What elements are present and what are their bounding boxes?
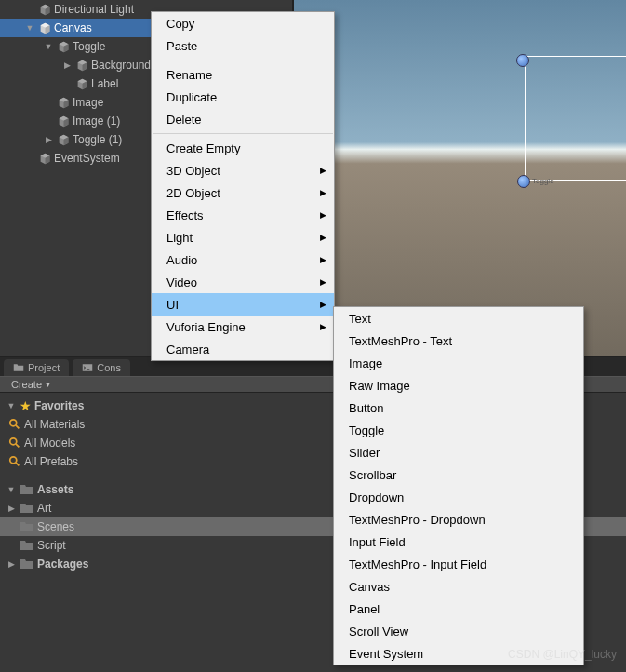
folder-icon <box>13 362 24 373</box>
svg-point-1 <box>10 420 17 426</box>
gameobject-icon <box>38 21 51 34</box>
submenu-item[interactable]: Panel <box>334 598 583 620</box>
menu-3d-object[interactable]: 3D Object▶ <box>152 159 334 181</box>
tab-label: Cons <box>97 362 121 373</box>
submenu-item[interactable]: TextMeshPro - Dropdown <box>334 508 583 531</box>
favorite-label: All Prefabs <box>24 455 78 468</box>
gameobject-icon <box>57 133 70 146</box>
assets-label: Assets <box>37 483 73 496</box>
chevron-right-icon: ▶ <box>320 166 326 175</box>
menu-ui[interactable]: UI▶ <box>152 293 334 316</box>
menu-delete[interactable]: Delete <box>152 108 334 130</box>
search-icon <box>8 437 21 450</box>
foldout-icon[interactable]: ▶ <box>6 503 17 514</box>
foldout-icon[interactable]: ▶ <box>43 134 54 145</box>
foldout-icon[interactable]: ▼ <box>6 400 17 411</box>
submenu-item[interactable]: Raw Image <box>334 374 583 396</box>
gameobject-icon <box>38 3 51 16</box>
favorite-label: All Models <box>24 437 75 450</box>
context-menu: Copy Paste Rename Duplicate Delete Creat… <box>151 11 335 361</box>
menu-camera[interactable]: Camera <box>152 338 334 360</box>
scene-view[interactable]: Toggle <box>292 0 626 356</box>
chevron-right-icon: ▶ <box>320 277 326 287</box>
console-icon <box>82 362 93 373</box>
foldout-icon[interactable]: ▶ <box>6 558 17 570</box>
menu-separator <box>153 133 333 134</box>
menu-light[interactable]: Light▶ <box>152 226 334 249</box>
gameobject-icon <box>75 77 88 90</box>
rect-handle-icon[interactable] <box>516 54 529 67</box>
chevron-right-icon: ▶ <box>320 322 326 331</box>
menu-duplicate[interactable]: Duplicate <box>152 86 334 108</box>
tab-label: Project <box>28 362 60 373</box>
folder-icon <box>20 539 34 552</box>
foldout-icon[interactable] <box>61 78 73 89</box>
ui-submenu: TextTextMeshPro - TextImageRaw ImageButt… <box>333 306 584 665</box>
hierarchy-label: Canvas <box>54 21 92 34</box>
submenu-item[interactable]: Canvas <box>334 575 583 598</box>
gameobject-icon <box>38 152 51 165</box>
menu-effects[interactable]: Effects▶ <box>152 204 334 226</box>
submenu-item[interactable]: Dropdown <box>334 486 583 508</box>
svg-point-3 <box>10 457 17 464</box>
star-icon: ★ <box>20 398 32 413</box>
svg-point-2 <box>10 438 17 445</box>
submenu-item[interactable]: Slider <box>334 441 583 464</box>
submenu-item[interactable]: TextMeshPro - Input Field <box>334 553 583 575</box>
asset-label: Art <box>37 502 51 515</box>
menu-rename[interactable]: Rename <box>152 63 334 86</box>
foldout-icon[interactable] <box>24 153 35 164</box>
tab-console[interactable]: Cons <box>73 359 130 376</box>
foldout-icon[interactable]: ▼ <box>24 22 35 34</box>
folder-icon <box>20 483 34 496</box>
foldout-icon[interactable] <box>43 97 54 108</box>
foldout-icon[interactable]: ▼ <box>6 484 17 495</box>
foldout-icon[interactable] <box>43 115 54 127</box>
hierarchy-label: EventSystem <box>54 152 120 165</box>
folder-icon <box>20 502 34 515</box>
submenu-item[interactable]: Text <box>334 307 583 329</box>
submenu-item[interactable]: Scroll View <box>334 620 583 642</box>
menu-vuforia[interactable]: Vuforia Engine▶ <box>152 316 334 338</box>
hierarchy-label: Image <box>73 96 103 109</box>
asset-label: Script <box>37 539 66 552</box>
tab-project[interactable]: Project <box>4 359 69 376</box>
foldout-icon[interactable] <box>6 521 17 532</box>
hierarchy-label: Image (1) <box>73 114 120 128</box>
chevron-down-icon: ▼ <box>45 382 51 388</box>
foldout-icon[interactable]: ▼ <box>43 41 54 52</box>
submenu-item[interactable]: Image <box>334 352 583 374</box>
menu-2d-object[interactable]: 2D Object▶ <box>152 181 334 204</box>
favorite-label: All Materials <box>24 418 85 431</box>
foldout-icon[interactable] <box>6 540 17 551</box>
gizmo-label: Toggle <box>532 177 554 185</box>
menu-audio[interactable]: Audio▶ <box>152 249 334 271</box>
submenu-item[interactable]: Input Field <box>334 531 583 553</box>
menu-paste[interactable]: Paste <box>152 34 334 57</box>
hierarchy-label: Directional Light <box>54 3 134 16</box>
hierarchy-label: Background <box>91 59 151 72</box>
watermark: CSDN @LinQY_lucky <box>508 648 617 661</box>
menu-video[interactable]: Video▶ <box>152 271 334 293</box>
search-icon <box>8 455 21 468</box>
rect-handle-icon[interactable] <box>517 175 530 188</box>
chevron-right-icon: ▶ <box>320 233 326 242</box>
folder-icon <box>20 520 34 533</box>
create-button[interactable]: Create ▼ <box>6 379 57 390</box>
chevron-right-icon: ▶ <box>320 255 326 264</box>
hierarchy-label: Toggle <box>73 40 105 53</box>
asset-label: Scenes <box>37 520 74 533</box>
submenu-item[interactable]: Button <box>334 396 583 419</box>
gameobject-icon <box>57 96 70 109</box>
packages-label: Packages <box>37 558 88 571</box>
favorites-label: Favorites <box>34 399 84 412</box>
submenu-item[interactable]: Scrollbar <box>334 464 583 486</box>
foldout-icon[interactable] <box>24 4 35 15</box>
menu-copy[interactable]: Copy <box>152 12 334 34</box>
submenu-item[interactable]: TextMeshPro - Text <box>334 329 583 352</box>
hierarchy-label: Label <box>91 77 118 90</box>
submenu-item[interactable]: Toggle <box>334 419 583 441</box>
gameobject-icon <box>57 40 70 53</box>
foldout-icon[interactable]: ▶ <box>61 60 73 71</box>
menu-create-empty[interactable]: Create Empty <box>152 137 334 159</box>
